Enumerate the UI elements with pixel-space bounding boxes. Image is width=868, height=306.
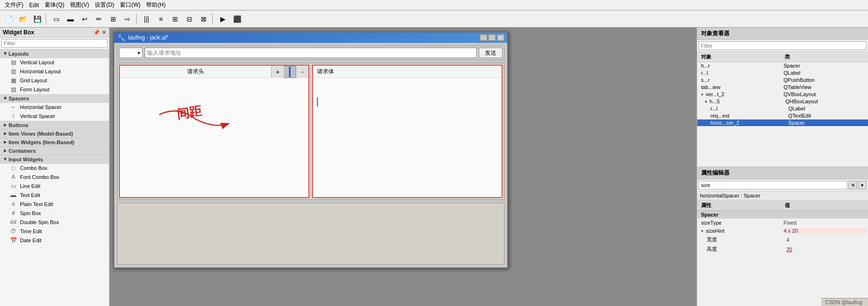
menu-help[interactable]: 帮助(H) [143,0,168,10]
table-row[interactable]: r...l QLabel [697,105,868,112]
left-panel-add-btn[interactable]: + [271,66,284,78]
toolbar-widget-editor[interactable]: ⊞ [107,12,120,26]
wb-item-vertical-layout[interactable]: ▤ Vertical Layout [0,58,109,67]
wb-section-buttons[interactable]: ▸ Buttons [0,121,109,129]
wb-item-grid-layout[interactable]: ▦ Grid Layout [0,76,109,85]
wb-section-input-widgets[interactable]: ▾ Input Widgets [0,155,109,164]
widget-box-list: ▾ Layouts ▤ Vertical Layout ▥ Horizontal… [0,49,109,306]
widget-box-pin-icon[interactable]: 📌 [93,30,100,36]
designer-maximize-btn[interactable]: □ [488,34,496,41]
wb-section-spacers-label: Spacers [9,96,29,101]
obj-row-2-class: QPushButton [784,77,867,83]
menu-window[interactable]: 窗口(W) [117,0,143,10]
toolbar-open-btn[interactable]: 📂 [16,12,30,26]
wb-item-double-spin-box[interactable]: ## Double Spin Box [0,218,109,227]
prop-row-sizetype[interactable]: sizeType Fixed [697,219,868,227]
canvas-area[interactable]: 🔧 laufing - jack.ui* ─ □ ✕ ▾ [109,28,697,306]
toolbar-layout-f[interactable]: ⊟ [183,12,196,26]
prop-col-value: 值 [783,201,867,209]
table-row[interactable]: ▾ h...5 QHBoxLayout [697,98,868,105]
toolbar-save-btn[interactable]: 💾 [30,12,44,26]
toolbar-layout-h[interactable]: ||| [140,12,153,26]
wb-time-edit-label: Time Edit [20,228,42,234]
obj-tree-header: 对象 类 [697,52,868,62]
menu-file[interactable]: 文件(F) [2,0,26,10]
toolbar-btn-4[interactable]: ▭ [49,12,63,26]
wb-item-font-combo-box[interactable]: A Font Combo Box [0,173,109,182]
left-panel-resize-handle[interactable] [284,66,296,78]
wb-item-line-edit[interactable]: ▭ Line Edit [0,182,109,191]
url-send-button[interactable]: 发送 [479,48,503,58]
prop-search-input[interactable] [699,181,848,189]
wb-item-plain-text-edit[interactable]: ≡ Plain Text Edit [0,200,109,209]
left-panel-remove-btn[interactable]: - [296,66,308,78]
toolbar-sep-3 [212,13,214,25]
wb-item-spin-box[interactable]: # Spin Box [0,209,109,218]
widget-box-close-icon[interactable]: ✕ [102,30,106,36]
wb-section-item-widgets[interactable]: ▸ Item Widgets (Item-Based) [0,138,109,147]
wb-item-combo-box[interactable]: □ Combo Box [0,164,109,173]
obj-row-5-name-text: h...5 [710,99,720,104]
left-panel-tab[interactable]: 请求头 [120,66,271,78]
wb-section-buttons-label: Buttons [9,122,29,128]
designer-close-btn[interactable]: ✕ [497,34,504,41]
url-method-dropdown[interactable]: ▾ [119,48,143,58]
obj-inspector-filter-input[interactable] [699,41,867,50]
table-row[interactable]: horiz...cer_2 Spacer [697,119,868,127]
prop-row-width[interactable]: 宽度 4 [697,235,868,245]
obj-row-4-expand-icon[interactable]: ▾ [701,92,703,97]
wb-combo-box-label: Combo Box [20,165,47,171]
widget-box-filter-input[interactable] [1,39,108,48]
menu-view[interactable]: 视图(V) [67,0,92,10]
toolbar-stop[interactable]: ⬛ [230,12,244,26]
obj-row-6-name: r...l [699,106,789,111]
toolbar-layout-break[interactable]: ⊠ [197,12,210,26]
toolbar-layout-v[interactable]: ≡ [154,12,168,26]
wb-item-form-layout[interactable]: ▧ Form Layout [0,85,109,94]
table-row[interactable]: r...l QLabel [697,69,868,77]
menu-form[interactable]: 窗体(Q) [42,0,67,10]
wb-item-date-edit[interactable]: 📅 Date Edit [0,236,109,245]
wb-spin-box-label: Spin Box [20,210,41,216]
toolbar-btn-7[interactable]: ✏ [92,12,106,26]
designer-minimize-btn[interactable]: ─ [480,34,487,41]
obj-col-object: 对象 [699,53,783,61]
table-row[interactable]: req...ext QTextEdit [697,112,868,119]
obj-row-5-expand-icon[interactable]: ▾ [705,99,707,104]
toolbar-btn-signal[interactable]: ⇨ [121,12,134,26]
prop-height-value: 20 [787,247,867,252]
toolbar-btn-6[interactable]: ↩ [78,12,91,26]
prop-who-label: horizontalSpacer : Spacer [697,191,868,200]
prop-search-clear-btn[interactable]: ✕ [848,181,857,189]
prop-row-height[interactable]: 高度 20 [697,245,868,254]
table-row[interactable]: s...r QPushButton [697,77,868,84]
right-panel-body[interactable] [313,78,502,197]
wb-vertical-spacer-label: Vertical Spacer [20,113,55,119]
wb-section-item-views[interactable]: ▸ Item Views (Model-Based) [0,129,109,138]
menu-settings[interactable]: 设置(D) [92,0,117,10]
wb-item-vertical-spacer[interactable]: ↕ Vertical Spacer [0,112,109,121]
table-row[interactable]: h...r Spacer [697,62,868,69]
prop-sizehint-expand-icon[interactable]: ▾ [701,228,703,234]
wb-item-horizontal-spacer[interactable]: ↔ Horizontal Spacer [0,103,109,112]
wb-section-layouts[interactable]: ▾ Layouts [0,49,109,58]
wb-item-time-edit[interactable]: ⏱ Time Edit [0,227,109,236]
table-row[interactable]: ▾ ver...t_2 QVBoxLayout [697,91,868,98]
toolbar-layout-g[interactable]: ⊞ [168,12,182,26]
prop-row-sizehint[interactable]: ▾ sizeHint 4 x 20 [697,227,868,235]
menu-edit[interactable]: Edit [26,1,42,10]
toolbar-btn-5[interactable]: ▬ [64,12,77,26]
right-panels: 对象查看器 对象 类 h...r Spacer r...l QLabel [697,28,868,306]
toolbar-preview[interactable]: ▶ [216,12,229,26]
wb-item-text-edit[interactable]: ▬ Text Edit [0,191,109,200]
wb-plain-text-edit-icon: ≡ [10,201,17,207]
toolbar-new-btn[interactable]: 📄 [2,12,15,26]
wb-section-spacers[interactable]: ▾ Spacers [0,94,109,103]
obj-row-5-class: QHBoxLayout [786,99,867,104]
wb-item-horizontal-layout[interactable]: ▥ Horizontal Layout [0,67,109,76]
table-row[interactable]: tab...iew QTableView [697,84,868,91]
url-input[interactable] [145,48,477,58]
wb-section-containers[interactable]: ▸ Containers [0,147,109,155]
prop-search-extra-btn[interactable]: ▾ [858,181,867,189]
bottom-area[interactable] [117,203,504,265]
